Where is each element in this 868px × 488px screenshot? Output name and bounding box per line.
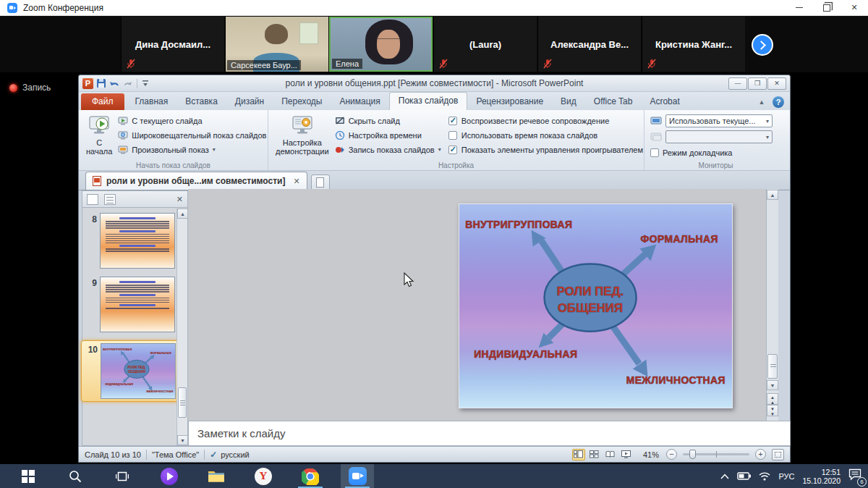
powerpoint-titlebar[interactable]: роли и уровни общения.ppt [Режим совмест… bbox=[79, 75, 790, 92]
record-slideshow-button[interactable]: Запись показа слайдов ▾ bbox=[335, 143, 441, 156]
notes-placeholder: Заметки к слайду bbox=[197, 427, 286, 439]
rehearse-timings-button[interactable]: Настройка времени bbox=[335, 129, 441, 141]
save-icon[interactable] bbox=[96, 78, 106, 88]
editor-scrollbar[interactable]: ▲ ▼ ▲▲ ▼▼ bbox=[766, 189, 778, 421]
participant-tile[interactable]: Сарсекеев Баур... bbox=[225, 17, 328, 72]
zoom-slider[interactable] bbox=[683, 453, 749, 455]
clock[interactable]: 12:51 15.10.2020 bbox=[802, 468, 841, 485]
help-icon[interactable]: ? bbox=[773, 96, 784, 108]
slideshow-view-button[interactable] bbox=[620, 449, 633, 460]
document-tab[interactable]: роли и уровни обще...им совместимости] ✕ bbox=[85, 172, 307, 190]
tab-acrobat[interactable]: Acrobat bbox=[641, 93, 688, 110]
zoom-out-button[interactable]: − bbox=[666, 449, 677, 460]
slide-canvas[interactable]: РОЛИ ПЕД. ОБЩЕНИЯ ВНУТРИГРУППОВАЯ ФОРМАЛ… bbox=[459, 203, 733, 408]
language-indicator[interactable]: русский bbox=[221, 450, 249, 459]
custom-slideshow-button[interactable]: Произвольный показ ▾ bbox=[118, 143, 266, 156]
close-tab-icon[interactable]: ✕ bbox=[293, 177, 299, 186]
outline-tab-icon[interactable] bbox=[104, 194, 116, 205]
chrome-button[interactable] bbox=[294, 464, 327, 488]
hidden-icons-chevron[interactable] bbox=[720, 474, 729, 479]
from-beginning-button[interactable]: С начала bbox=[83, 113, 115, 160]
resolution-dropdown[interactable]: ▾ bbox=[665, 130, 773, 143]
panel-scrollbar[interactable]: ▲ ▼ bbox=[176, 209, 187, 445]
zoom-app-button[interactable] bbox=[341, 464, 374, 488]
tab-insert[interactable]: Вставка bbox=[176, 93, 226, 110]
next-participants-button[interactable] bbox=[753, 35, 772, 54]
fit-to-window-button[interactable] bbox=[772, 449, 784, 460]
battery-icon[interactable] bbox=[737, 472, 751, 480]
broadcast-slideshow-button[interactable]: Широковещательный показ слайдов bbox=[118, 129, 266, 141]
wifi-icon[interactable] bbox=[759, 472, 770, 481]
minimize-button[interactable] bbox=[786, 0, 813, 15]
slide-editor-area[interactable]: РОЛИ ПЕД. ОБЩЕНИЯ ВНУТРИГРУППОВАЯ ФОРМАЛ… bbox=[188, 189, 778, 421]
scroll-down-button[interactable]: ▼ bbox=[177, 435, 188, 445]
setup-slideshow-button[interactable]: Настройка демонстрации bbox=[273, 113, 332, 160]
tab-design[interactable]: Дизайн bbox=[226, 93, 273, 110]
collapse-ribbon-icon[interactable]: ▲ bbox=[757, 97, 767, 107]
slide-thumbnail-9[interactable]: 9 bbox=[84, 277, 175, 332]
search-button[interactable] bbox=[59, 464, 92, 488]
scrollbar-thumb[interactable] bbox=[178, 387, 187, 418]
start-button[interactable] bbox=[12, 464, 45, 488]
minimize-button[interactable]: — bbox=[728, 77, 747, 90]
restore-button[interactable]: ❒ bbox=[748, 77, 767, 90]
close-panel-icon[interactable]: ✕ bbox=[176, 195, 183, 204]
participant-tile[interactable]: Кристина Жанг... bbox=[642, 17, 745, 72]
tab-home[interactable]: Главная bbox=[127, 93, 177, 110]
slide-thumbnail-8[interactable]: 8 bbox=[84, 213, 175, 269]
alice-assistant-button[interactable] bbox=[153, 464, 186, 488]
scroll-up-button[interactable]: ▲ bbox=[177, 209, 188, 219]
normal-view-button[interactable] bbox=[572, 449, 585, 460]
tab-animations[interactable]: Анимация bbox=[331, 93, 388, 110]
slide-number: 8 bbox=[84, 213, 97, 269]
checkbox[interactable] bbox=[448, 117, 457, 125]
tab-office-tab[interactable]: Office Tab bbox=[585, 93, 642, 110]
next-slide-button[interactable]: ▼▼ bbox=[767, 405, 778, 416]
play-narrations-checkbox[interactable]: Воспроизвести речевое сопровождение bbox=[448, 115, 643, 127]
hide-slide-button[interactable]: Скрыть слайд bbox=[335, 114, 441, 127]
task-view-button[interactable] bbox=[106, 464, 139, 488]
scrollbar-thumb[interactable] bbox=[767, 354, 778, 379]
tab-view[interactable]: Вид bbox=[552, 93, 585, 110]
redo-icon[interactable] bbox=[123, 79, 132, 88]
participant-tile-active-speaker[interactable]: Елена bbox=[329, 17, 433, 72]
close-button[interactable] bbox=[841, 0, 868, 15]
undo-icon[interactable] bbox=[109, 79, 120, 88]
checkbox[interactable] bbox=[448, 146, 457, 154]
participant-tile[interactable]: (Laura) bbox=[433, 17, 537, 72]
zoom-in-button[interactable]: + bbox=[755, 449, 766, 460]
yandex-browser-button[interactable]: Y bbox=[247, 464, 280, 488]
from-current-slide-button[interactable]: С текущего слайда bbox=[118, 114, 266, 127]
show-media-controls-checkbox[interactable]: Показать элементы управления проигрывате… bbox=[448, 144, 643, 156]
spellcheck-icon[interactable]: ✓ bbox=[210, 450, 217, 460]
new-tab-button[interactable] bbox=[311, 174, 330, 190]
tab-review[interactable]: Рецензирование bbox=[467, 93, 552, 110]
notes-panel[interactable]: Заметки к слайду bbox=[188, 421, 791, 446]
slide-sorter-view-button[interactable] bbox=[588, 449, 601, 460]
monitor-select-dropdown[interactable]: Использовать текуще... ▾ bbox=[665, 114, 773, 127]
presenter-view-checkbox[interactable]: Режим докладчика bbox=[650, 146, 773, 159]
previous-slide-button[interactable]: ▲▲ bbox=[767, 393, 778, 405]
language-switcher[interactable]: РУС bbox=[778, 472, 794, 481]
tab-transitions[interactable]: Переходы bbox=[273, 93, 331, 110]
slide-thumbnail-10-selected[interactable]: 10 bbox=[81, 340, 179, 402]
zoom-slider-thumb[interactable] bbox=[689, 450, 696, 459]
tab-slideshow[interactable]: Показ слайдов bbox=[389, 92, 468, 110]
scroll-up-button[interactable]: ▲ bbox=[767, 190, 778, 200]
use-timings-checkbox[interactable]: Использовать время показа слайдов bbox=[448, 130, 643, 141]
slides-tab-icon[interactable] bbox=[87, 194, 98, 205]
checkbox[interactable] bbox=[650, 148, 659, 157]
participant-tile[interactable]: Александра Ве... bbox=[537, 17, 641, 72]
reading-view-button[interactable] bbox=[604, 449, 617, 460]
checkbox[interactable] bbox=[448, 131, 457, 140]
theme-name[interactable]: "Тема Office" bbox=[152, 450, 199, 459]
tab-file[interactable]: Файл bbox=[81, 93, 124, 110]
powerpoint-app-icon[interactable]: P bbox=[82, 78, 93, 89]
participant-tile[interactable]: Дина Досмаил... bbox=[121, 17, 224, 72]
action-center-button[interactable]: 6 bbox=[848, 468, 862, 484]
file-explorer-button[interactable] bbox=[200, 464, 233, 488]
customize-toolbar-icon[interactable] bbox=[142, 80, 149, 87]
close-button[interactable]: ✕ bbox=[767, 77, 786, 90]
restore-button[interactable] bbox=[813, 0, 841, 15]
scroll-down-button[interactable]: ▼ bbox=[767, 380, 778, 390]
